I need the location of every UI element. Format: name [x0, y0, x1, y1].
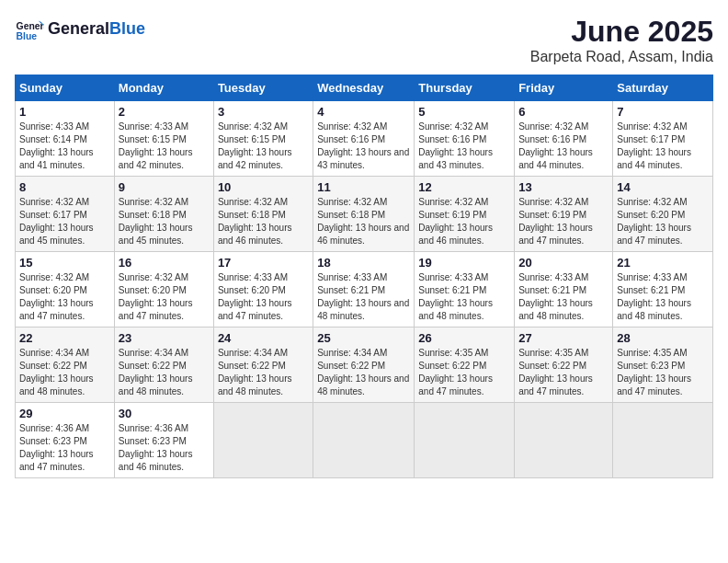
calendar-cell: 1Sunrise: 4:33 AMSunset: 6:14 PMDaylight…	[16, 101, 115, 177]
weekday-header-monday: Monday	[114, 75, 213, 101]
day-detail: Sunrise: 4:33 AMSunset: 6:21 PMDaylight:…	[317, 272, 409, 321]
day-detail: Sunrise: 4:34 AMSunset: 6:22 PMDaylight:…	[317, 348, 409, 396]
day-detail: Sunrise: 4:33 AMSunset: 6:21 PMDaylight:…	[418, 272, 493, 321]
day-number: 29	[19, 407, 110, 420]
day-number: 9	[119, 180, 210, 194]
day-detail: Sunrise: 4:32 AMSunset: 6:18 PMDaylight:…	[317, 197, 409, 246]
calendar-cell: 23Sunrise: 4:34 AMSunset: 6:22 PMDayligh…	[114, 327, 213, 403]
day-detail: Sunrise: 4:35 AMSunset: 6:23 PMDaylight:…	[617, 348, 691, 396]
day-detail: Sunrise: 4:32 AMSunset: 6:19 PMDaylight:…	[418, 197, 493, 246]
title-block: June 2025 Barpeta Road, Assam, India	[530, 15, 713, 65]
day-number: 1	[19, 105, 110, 119]
day-detail: Sunrise: 4:34 AMSunset: 6:22 PMDaylight:…	[119, 348, 193, 396]
logo: General Blue GeneralBlue	[15, 15, 145, 44]
logo-icon: General Blue	[15, 15, 44, 44]
calendar-cell	[415, 403, 515, 478]
day-number: 13	[518, 180, 609, 194]
day-detail: Sunrise: 4:34 AMSunset: 6:22 PMDaylight:…	[218, 348, 292, 396]
calendar-cell: 12Sunrise: 4:32 AMSunset: 6:19 PMDayligh…	[415, 177, 515, 252]
day-detail: Sunrise: 4:32 AMSunset: 6:19 PMDaylight:…	[518, 197, 593, 246]
day-number: 30	[119, 407, 210, 420]
day-number: 27	[518, 331, 609, 345]
calendar-week-5: 29Sunrise: 4:36 AMSunset: 6:23 PMDayligh…	[16, 403, 713, 478]
calendar-cell: 15Sunrise: 4:32 AMSunset: 6:20 PMDayligh…	[16, 252, 115, 327]
day-detail: Sunrise: 4:32 AMSunset: 6:18 PMDaylight:…	[218, 197, 292, 246]
day-detail: Sunrise: 4:34 AMSunset: 6:22 PMDaylight:…	[19, 348, 94, 396]
day-detail: Sunrise: 4:35 AMSunset: 6:22 PMDaylight:…	[418, 348, 493, 396]
day-detail: Sunrise: 4:33 AMSunset: 6:14 PMDaylight:…	[19, 121, 94, 170]
weekday-header-tuesday: Tuesday	[213, 75, 313, 101]
svg-text:Blue: Blue	[17, 31, 38, 41]
month-title: June 2025	[530, 15, 713, 49]
day-detail: Sunrise: 4:33 AMSunset: 6:21 PMDaylight:…	[518, 272, 593, 321]
calendar-cell: 7Sunrise: 4:32 AMSunset: 6:17 PMDaylight…	[613, 101, 713, 177]
calendar-cell: 14Sunrise: 4:32 AMSunset: 6:20 PMDayligh…	[613, 177, 713, 252]
calendar-cell: 3Sunrise: 4:32 AMSunset: 6:15 PMDaylight…	[213, 101, 313, 177]
calendar-cell: 30Sunrise: 4:36 AMSunset: 6:23 PMDayligh…	[114, 403, 213, 478]
day-number: 6	[518, 105, 609, 119]
day-number: 5	[418, 105, 510, 119]
day-detail: Sunrise: 4:32 AMSunset: 6:16 PMDaylight:…	[317, 121, 409, 170]
weekday-header-sunday: Sunday	[16, 75, 115, 101]
day-number: 17	[218, 256, 309, 270]
weekday-header-wednesday: Wednesday	[313, 75, 415, 101]
day-number: 2	[119, 105, 210, 119]
day-number: 11	[317, 180, 410, 194]
calendar-cell: 27Sunrise: 4:35 AMSunset: 6:22 PMDayligh…	[515, 327, 613, 403]
calendar-cell: 25Sunrise: 4:34 AMSunset: 6:22 PMDayligh…	[313, 327, 415, 403]
calendar-week-1: 1Sunrise: 4:33 AMSunset: 6:14 PMDaylight…	[16, 101, 713, 177]
calendar-cell: 22Sunrise: 4:34 AMSunset: 6:22 PMDayligh…	[16, 327, 115, 403]
weekday-header-row: SundayMondayTuesdayWednesdayThursdayFrid…	[16, 75, 713, 101]
day-detail: Sunrise: 4:33 AMSunset: 6:21 PMDaylight:…	[617, 272, 691, 321]
calendar-cell: 20Sunrise: 4:33 AMSunset: 6:21 PMDayligh…	[515, 252, 613, 327]
calendar-cell: 18Sunrise: 4:33 AMSunset: 6:21 PMDayligh…	[313, 252, 415, 327]
day-number: 7	[617, 105, 709, 119]
calendar-cell	[613, 403, 713, 478]
weekday-header-saturday: Saturday	[613, 75, 713, 101]
day-detail: Sunrise: 4:36 AMSunset: 6:23 PMDaylight:…	[119, 423, 193, 472]
day-detail: Sunrise: 4:35 AMSunset: 6:22 PMDaylight:…	[518, 348, 593, 396]
calendar-cell	[313, 403, 415, 478]
day-detail: Sunrise: 4:33 AMSunset: 6:15 PMDaylight:…	[119, 121, 193, 170]
calendar-cell: 26Sunrise: 4:35 AMSunset: 6:22 PMDayligh…	[415, 327, 515, 403]
day-detail: Sunrise: 4:32 AMSunset: 6:17 PMDaylight:…	[617, 121, 691, 170]
calendar-cell: 8Sunrise: 4:32 AMSunset: 6:17 PMDaylight…	[16, 177, 115, 252]
day-number: 19	[418, 256, 510, 270]
day-number: 25	[317, 331, 410, 345]
day-number: 14	[617, 180, 709, 194]
day-number: 24	[218, 331, 309, 345]
calendar-cell: 11Sunrise: 4:32 AMSunset: 6:18 PMDayligh…	[313, 177, 415, 252]
weekday-header-thursday: Thursday	[415, 75, 515, 101]
calendar-week-3: 15Sunrise: 4:32 AMSunset: 6:20 PMDayligh…	[16, 252, 713, 327]
page-header: General Blue GeneralBlue June 2025 Barpe…	[15, 15, 713, 65]
day-detail: Sunrise: 4:32 AMSunset: 6:20 PMDaylight:…	[19, 272, 94, 321]
calendar-cell: 24Sunrise: 4:34 AMSunset: 6:22 PMDayligh…	[213, 327, 313, 403]
calendar-table: SundayMondayTuesdayWednesdayThursdayFrid…	[15, 75, 713, 478]
day-number: 4	[317, 105, 410, 119]
day-number: 8	[19, 180, 110, 194]
day-number: 3	[218, 105, 309, 119]
day-number: 18	[317, 256, 410, 270]
calendar-week-2: 8Sunrise: 4:32 AMSunset: 6:17 PMDaylight…	[16, 177, 713, 252]
day-detail: Sunrise: 4:32 AMSunset: 6:18 PMDaylight:…	[119, 197, 193, 246]
location: Barpeta Road, Assam, India	[530, 49, 713, 65]
day-number: 10	[218, 180, 309, 194]
calendar-cell: 21Sunrise: 4:33 AMSunset: 6:21 PMDayligh…	[613, 252, 713, 327]
calendar-cell: 4Sunrise: 4:32 AMSunset: 6:16 PMDaylight…	[313, 101, 415, 177]
day-number: 12	[418, 180, 510, 194]
day-number: 21	[617, 256, 709, 270]
day-number: 28	[617, 331, 709, 345]
day-detail: Sunrise: 4:36 AMSunset: 6:23 PMDaylight:…	[19, 423, 94, 472]
day-detail: Sunrise: 4:32 AMSunset: 6:16 PMDaylight:…	[518, 121, 593, 170]
calendar-cell	[213, 403, 313, 478]
day-detail: Sunrise: 4:33 AMSunset: 6:20 PMDaylight:…	[218, 272, 292, 321]
calendar-cell	[515, 403, 613, 478]
calendar-cell: 5Sunrise: 4:32 AMSunset: 6:16 PMDaylight…	[415, 101, 515, 177]
calendar-cell: 10Sunrise: 4:32 AMSunset: 6:18 PMDayligh…	[213, 177, 313, 252]
calendar-cell: 28Sunrise: 4:35 AMSunset: 6:23 PMDayligh…	[613, 327, 713, 403]
logo-text: GeneralBlue	[48, 20, 145, 39]
day-number: 23	[119, 331, 210, 345]
calendar-week-4: 22Sunrise: 4:34 AMSunset: 6:22 PMDayligh…	[16, 327, 713, 403]
day-number: 26	[418, 331, 510, 345]
weekday-header-friday: Friday	[515, 75, 613, 101]
